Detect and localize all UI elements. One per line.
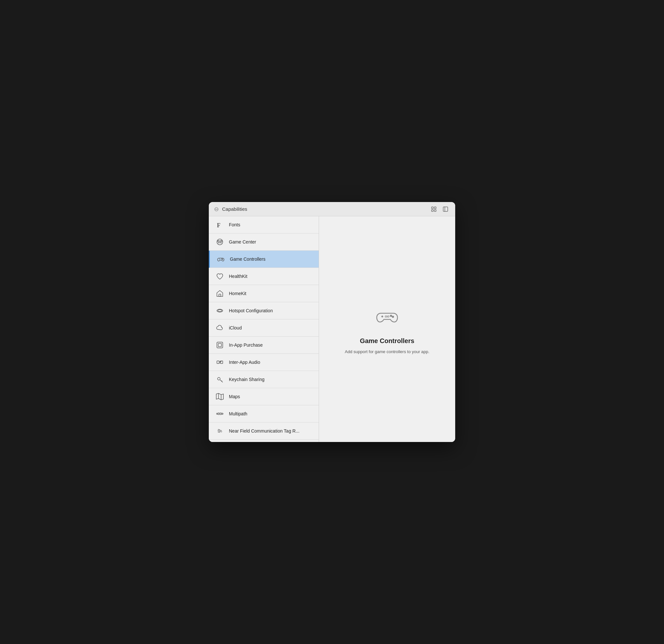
svg-point-33	[390, 315, 392, 316]
titlebar: ⊖ Capabilities	[209, 202, 455, 216]
nfc-icon	[215, 427, 224, 436]
svg-rect-1	[434, 207, 436, 209]
svg-rect-3	[434, 209, 436, 211]
svg-point-23	[217, 377, 220, 380]
window-icon: ⊖	[214, 206, 219, 213]
inter-app-audio-icon	[215, 358, 224, 367]
sidebar-item-fonts[interactable]: F Fonts	[209, 216, 319, 233]
svg-point-8	[218, 241, 220, 242]
keychain-icon	[215, 375, 224, 384]
svg-rect-17	[217, 342, 223, 348]
sidebar-item-inter-app-audio[interactable]: Inter-App Audio	[209, 354, 319, 371]
sidebar-item-in-app-purchase[interactable]: In-App Purchase	[209, 337, 319, 354]
panel-view-button[interactable]	[441, 206, 450, 213]
game-controllers-icon	[216, 254, 225, 264]
sidebar-item-homekit[interactable]: HomeKit	[209, 285, 319, 302]
sidebar-item-label: HomeKit	[229, 291, 246, 296]
sidebar-item-label: Near Field Communication Tag R...	[229, 428, 299, 434]
svg-text:F: F	[217, 222, 221, 229]
in-app-purchase-icon	[215, 340, 224, 350]
sidebar-item-healthkit[interactable]: HealthKit	[209, 268, 319, 285]
sidebar-item-label: Multipath	[229, 411, 247, 416]
content-area: F Fonts Game Center	[209, 216, 455, 442]
sidebar-item-multipath[interactable]: Multipath	[209, 406, 319, 422]
detail-description: Add support for game controllers to your…	[345, 349, 430, 355]
svg-point-9	[221, 241, 222, 242]
sidebar-item-label: Game Center	[229, 239, 256, 245]
game-center-icon	[215, 237, 224, 246]
svg-line-24	[220, 380, 223, 382]
window-title: Capabilities	[222, 206, 426, 212]
svg-point-30	[222, 413, 223, 414]
svg-rect-0	[432, 207, 434, 209]
homekit-icon	[215, 289, 224, 298]
svg-marker-26	[216, 393, 223, 400]
svg-rect-2	[432, 209, 434, 211]
icloud-icon	[215, 323, 224, 332]
grid-view-button[interactable]	[429, 206, 438, 213]
sidebar: F Fonts Game Center	[209, 216, 319, 442]
detail-title: Game Controllers	[360, 337, 414, 345]
sidebar-item-label: In-App Purchase	[229, 342, 263, 348]
sidebar-item-game-center[interactable]: Game Center	[209, 233, 319, 251]
svg-rect-35	[385, 316, 387, 317]
svg-point-16	[218, 310, 222, 312]
multipath-icon	[215, 409, 224, 418]
svg-rect-36	[388, 316, 389, 317]
detail-icon	[374, 304, 400, 331]
sidebar-item-keychain-sharing[interactable]: Keychain Sharing	[209, 371, 319, 388]
titlebar-controls	[429, 206, 450, 213]
svg-rect-18	[218, 344, 222, 347]
sidebar-item-label: Game Controllers	[230, 256, 266, 262]
sidebar-item-nfc[interactable]: Near Field Communication Tag R...	[209, 422, 319, 440]
capabilities-window: ⊖ Capabilities	[209, 202, 455, 442]
sidebar-item-label: Maps	[229, 394, 240, 399]
detail-panel: Game Controllers Add support for game co…	[319, 216, 455, 442]
sidebar-item-game-controllers[interactable]: Game Controllers	[209, 251, 319, 268]
svg-rect-19	[217, 361, 219, 363]
sidebar-item-label: Fonts	[229, 222, 240, 227]
sidebar-item-hotspot[interactable]: Hotspot Configuration	[209, 302, 319, 319]
sidebar-item-icloud[interactable]: iCloud	[209, 319, 319, 337]
svg-line-25	[222, 381, 222, 381]
maps-icon	[215, 392, 224, 401]
svg-point-13	[223, 259, 223, 260]
sidebar-item-label: HealthKit	[229, 274, 247, 279]
svg-point-29	[216, 413, 218, 414]
hotspot-icon	[215, 306, 224, 315]
healthkit-icon	[215, 272, 224, 281]
svg-point-34	[392, 316, 394, 317]
fonts-icon: F	[215, 220, 224, 229]
svg-rect-14	[219, 294, 221, 296]
sidebar-item-label: iCloud	[229, 325, 242, 330]
svg-rect-4	[443, 207, 448, 211]
sidebar-item-maps[interactable]: Maps	[209, 388, 319, 406]
sidebar-item-label: Keychain Sharing	[229, 377, 265, 382]
sidebar-item-label: Inter-App Audio	[229, 360, 260, 365]
sidebar-item-label: Hotspot Configuration	[229, 308, 273, 313]
